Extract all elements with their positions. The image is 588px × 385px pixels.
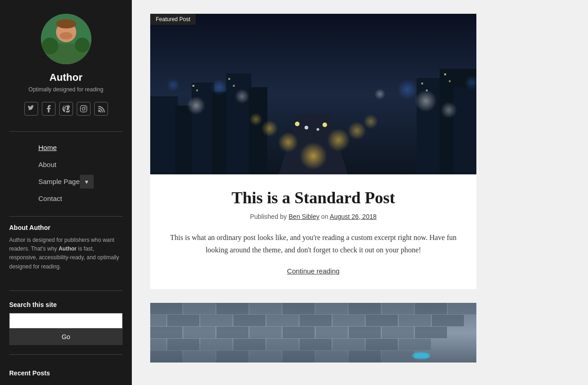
svg-rect-66 (300, 315, 332, 326)
svg-rect-14 (192, 83, 215, 174)
svg-rect-47 (426, 89, 428, 91)
svg-rect-92 (249, 351, 282, 363)
divider-2 (9, 216, 123, 217)
svg-rect-74 (249, 327, 282, 338)
sidebar-link-contact[interactable]: Contact (38, 190, 93, 207)
search-input[interactable] (9, 313, 123, 329)
featured-badge: Featured Post (150, 14, 196, 25)
svg-point-27 (249, 113, 262, 126)
svg-rect-80 (150, 339, 166, 350)
svg-rect-12 (150, 96, 178, 174)
svg-rect-94 (316, 351, 348, 363)
sidebar-item-contact[interactable]: Contact (38, 190, 93, 207)
post-date-link[interactable]: August 26, 2018 (330, 213, 377, 220)
svg-point-30 (235, 89, 249, 104)
svg-point-26 (348, 122, 366, 140)
sample-page-toggle[interactable]: ▾ (80, 175, 94, 189)
svg-rect-16 (226, 73, 251, 174)
svg-rect-69 (399, 315, 431, 326)
about-text: Author is designed for publishers who wa… (9, 236, 123, 271)
svg-rect-64 (233, 315, 266, 326)
svg-point-22 (300, 142, 327, 170)
svg-rect-45 (233, 85, 235, 87)
svg-point-25 (261, 120, 278, 137)
svg-rect-70 (432, 315, 464, 326)
svg-point-39 (305, 126, 308, 129)
sidebar-nav: Home About Sample Page ▾ Contact (38, 139, 93, 212)
sidebar-item-home[interactable]: Home (38, 139, 93, 156)
search-button[interactable]: Go (9, 329, 123, 345)
svg-rect-53 (216, 303, 249, 314)
svg-rect-90 (183, 351, 215, 363)
svg-point-4 (60, 32, 73, 39)
pinterest-icon[interactable] (59, 102, 73, 116)
svg-rect-52 (183, 303, 215, 314)
svg-rect-62 (167, 315, 199, 326)
svg-rect-65 (266, 315, 299, 326)
main-content: Featured Post (132, 0, 588, 385)
svg-point-24 (327, 128, 350, 151)
svg-rect-75 (283, 327, 315, 338)
svg-rect-82 (200, 339, 232, 350)
twitter-icon[interactable] (24, 102, 38, 116)
post-body: This is a Standard Post Published by Ben… (150, 174, 476, 289)
instagram-icon[interactable] (77, 102, 90, 116)
svg-rect-59 (415, 303, 447, 314)
post-meta: Published by Ben Sibley on August 26, 20… (169, 213, 458, 220)
svg-rect-87 (366, 339, 398, 350)
svg-rect-51 (150, 303, 182, 314)
continue-reading-link[interactable]: Continue reading (287, 267, 339, 275)
svg-rect-81 (167, 339, 199, 350)
svg-point-9 (82, 107, 85, 110)
svg-rect-83 (233, 339, 266, 350)
sidebar-link-sample-page[interactable]: Sample Page (38, 173, 79, 190)
post-card-2 (150, 303, 476, 363)
svg-rect-96 (382, 351, 414, 363)
post-excerpt: This is what an ordinary post looks like… (169, 231, 458, 256)
sidebar-link-home[interactable]: Home (38, 139, 93, 156)
svg-point-31 (415, 90, 437, 112)
svg-rect-8 (80, 106, 87, 112)
svg-rect-79 (415, 327, 447, 338)
svg-point-10 (85, 106, 86, 107)
about-section-title: About Author (9, 224, 123, 231)
svg-rect-15 (212, 92, 228, 174)
svg-point-29 (187, 96, 205, 115)
svg-rect-67 (333, 315, 365, 326)
svg-rect-46 (421, 83, 423, 84)
post-card-1: Featured Post (150, 14, 476, 289)
post-author-link[interactable]: Ben Sibley (288, 213, 319, 220)
svg-point-23 (278, 132, 298, 152)
svg-point-40 (322, 123, 327, 127)
svg-rect-44 (228, 78, 230, 80)
svg-point-6 (42, 38, 58, 54)
svg-rect-73 (216, 327, 249, 338)
rss-icon[interactable] (94, 102, 108, 116)
svg-point-28 (363, 114, 378, 129)
svg-point-32 (441, 102, 457, 118)
svg-rect-76 (316, 327, 348, 338)
facebook-icon[interactable] (42, 102, 56, 116)
svg-rect-49 (449, 80, 451, 82)
sidebar-item-about[interactable]: About (38, 156, 93, 173)
svg-point-37 (167, 78, 180, 91)
post-image-2 (150, 303, 476, 363)
sidebar-item-sample-page[interactable]: Sample Page ▾ (38, 173, 93, 190)
svg-point-3 (56, 19, 76, 28)
divider-4 (9, 354, 123, 355)
sidebar-link-about[interactable]: About (38, 156, 93, 173)
site-title: Author (49, 72, 82, 84)
svg-rect-56 (316, 303, 348, 314)
svg-rect-91 (216, 351, 249, 363)
svg-rect-71 (150, 327, 182, 338)
svg-rect-42 (192, 85, 194, 87)
recent-posts-title: Recent Posts (9, 369, 123, 377)
social-icons-group (24, 102, 108, 116)
search-section: Search this site Go (9, 301, 123, 345)
svg-rect-54 (249, 303, 282, 314)
svg-rect-72 (183, 327, 215, 338)
svg-point-35 (397, 79, 418, 100)
post-title: This is a Standard Post (169, 188, 458, 207)
svg-rect-93 (283, 351, 315, 363)
svg-rect-63 (200, 315, 232, 326)
